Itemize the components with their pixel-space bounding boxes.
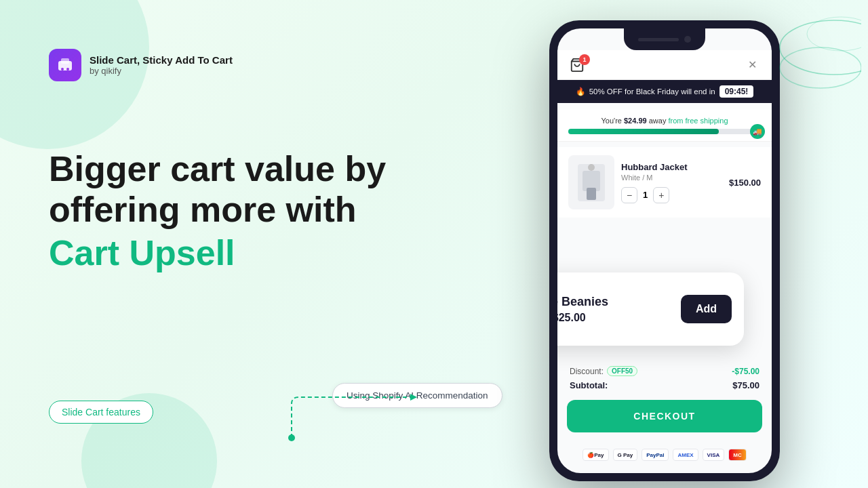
away-amount: $24.99 xyxy=(624,117,647,125)
google-pay-icon: G Pay xyxy=(613,449,638,461)
feature-badge[interactable]: Slide Cart features xyxy=(49,401,153,424)
item-variant: White / M xyxy=(621,174,722,182)
logo-subtitle: by qikify xyxy=(90,66,233,76)
item-name: Hubbard Jacket xyxy=(621,162,722,172)
connector-line xyxy=(285,384,420,454)
close-button[interactable]: ✕ xyxy=(745,58,760,73)
item-details: Hubbard Jacket White / M − 1 + xyxy=(621,162,722,203)
cart-badge: 1 xyxy=(579,54,590,65)
hero-line1: Bigger cart value by offering more with xyxy=(49,149,469,230)
qty-decrease[interactable]: − xyxy=(621,187,637,203)
discount-label: Discount: OFF50 xyxy=(570,366,637,376)
svg-rect-13 xyxy=(587,188,596,200)
upsell-add-button[interactable]: Add xyxy=(681,295,732,323)
subtotal-label: Subtotal: xyxy=(570,380,608,390)
notch-speaker xyxy=(638,38,679,41)
qty-increase[interactable]: + xyxy=(653,187,669,203)
logo-text: Slide Cart, Sticky Add To Cart by qikify xyxy=(90,54,233,76)
subtotal-row: Subtotal: $75.00 xyxy=(570,380,760,390)
upsell-info: Goose Beanies $34.00 $25.00 xyxy=(557,295,670,324)
qty-number: 1 xyxy=(643,190,648,200)
qty-controls: − 1 + xyxy=(621,187,722,203)
apple-pay-icon: 🍎Pay xyxy=(583,449,608,461)
item-image xyxy=(568,155,614,209)
hero-accent: Cart Upsell xyxy=(49,233,469,274)
paypal-icon: PayPal xyxy=(642,449,669,461)
logo-icon xyxy=(49,49,81,81)
visa-icon: VISA xyxy=(703,449,725,461)
promo-emoji: 🔥 xyxy=(576,87,585,96)
hero-section: Bigger cart value by offering more with … xyxy=(49,149,469,273)
cart-item: Hubbard Jacket White / M − 1 + $150.00 xyxy=(557,147,772,218)
progress-fill xyxy=(568,129,719,134)
svg-point-1 xyxy=(780,47,861,88)
svg-point-7 xyxy=(288,434,295,441)
discount-tag: OFF50 xyxy=(607,366,637,376)
cart-header: 1 ✕ xyxy=(557,50,772,80)
svg-point-5 xyxy=(61,68,64,70)
notch-camera xyxy=(684,36,691,43)
svg-point-12 xyxy=(588,164,595,171)
svg-marker-8 xyxy=(410,394,417,401)
phone-notch xyxy=(624,28,705,50)
cart-icon-wrap: 1 xyxy=(570,58,585,73)
subtotal-value: $75.00 xyxy=(732,380,760,390)
upsell-card: ‹ 🧤 Goose Beanies $34.00 $25.00 Add › xyxy=(557,272,744,346)
checkout-button[interactable]: CHECKOUT xyxy=(567,400,762,432)
truck-icon: 🚚 xyxy=(750,124,765,139)
svg-rect-4 xyxy=(61,58,69,64)
upsell-prices: $34.00 $25.00 xyxy=(557,312,670,324)
logo-area: Slide Cart, Sticky Add To Cart by qikify xyxy=(49,49,233,81)
item-price: $150.00 xyxy=(729,178,761,188)
mastercard-icon: MC xyxy=(728,449,746,461)
progress-track: 🚚 xyxy=(568,129,761,134)
discount-row: Discount: OFF50 -$75.00 xyxy=(570,366,760,376)
free-shipping-text: from free shipping xyxy=(668,117,728,125)
cart-totals: Discount: OFF50 -$75.00 Subtotal: $75.00 xyxy=(557,359,772,394)
logo-title: Slide Cart, Sticky Add To Cart xyxy=(90,54,233,66)
payment-icons: 🍎Pay G Pay PayPal AMEX VISA MC xyxy=(557,449,772,461)
discount-value: -$75.00 xyxy=(732,367,760,376)
svg-point-6 xyxy=(66,68,69,70)
amex-icon: AMEX xyxy=(673,449,698,461)
upsell-new-price: $25.00 xyxy=(557,312,586,324)
upsell-name: Goose Beanies xyxy=(557,295,670,309)
promo-text: 50% OFF for Black Friday will end in xyxy=(589,87,715,96)
